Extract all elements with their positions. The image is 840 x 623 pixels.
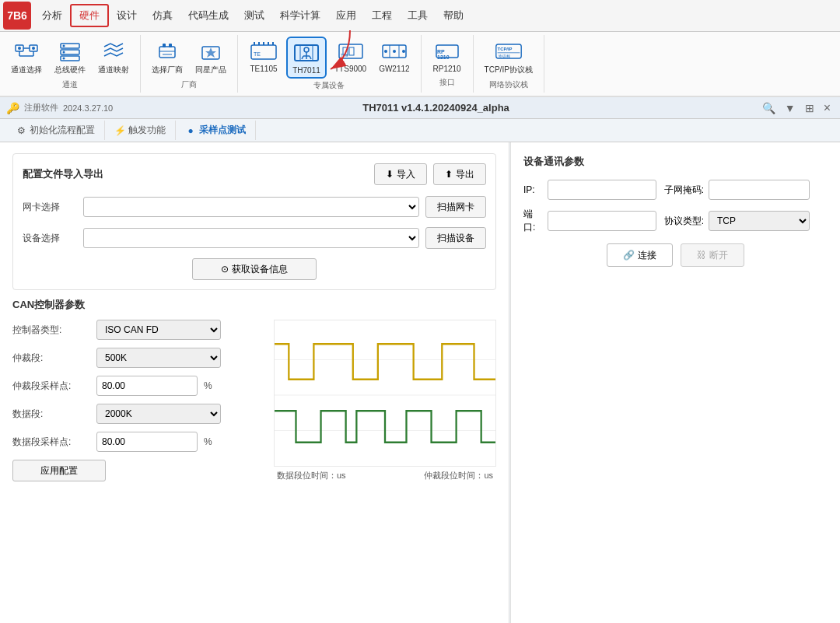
menu-codegen[interactable]: 代码生成	[180, 5, 236, 26]
svg-line-35	[302, 56, 303, 59]
protocol-label: 协议类型:	[661, 215, 704, 228]
filter-icon-btn[interactable]: ▼	[782, 102, 799, 114]
toolbar-group-vendor-label: 厂商	[181, 79, 197, 90]
device-select[interactable]	[83, 228, 419, 248]
toolbar-group-interface-label: 接口	[439, 77, 455, 88]
ip-subnet-row: IP: 子网掩码:	[523, 180, 828, 200]
svg-text:RP: RP	[437, 49, 445, 54]
btn-bus-hardware[interactable]: 总线硬件	[50, 37, 90, 78]
gw2112-icon	[380, 39, 408, 64]
port-protocol-row: 端口: 协议类型: TCP UDP	[523, 208, 828, 234]
svg-rect-17	[163, 44, 166, 47]
menu-engineering[interactable]: 工程	[364, 5, 400, 26]
protocol-select[interactable]: TCP UDP	[709, 211, 810, 231]
can-section: CAN控制器参数 控制器类型: ISO CAN FD 仲裁段:	[12, 298, 496, 481]
svg-line-37	[310, 56, 311, 59]
connect-icon: 🔗	[623, 250, 635, 261]
menu-tools[interactable]: 工具	[400, 5, 436, 26]
menu-hardware[interactable]: 硬件	[70, 4, 109, 27]
data-sample-input[interactable]: 80.00	[96, 432, 198, 452]
svg-rect-18	[169, 44, 172, 47]
toolbar-group-exclusive: TE TE1105	[238, 35, 422, 93]
svg-point-4	[32, 47, 35, 50]
can-section-title: CAN控制器参数	[12, 298, 496, 312]
toolbar-group-exclusive-label: 专属设备	[313, 80, 345, 91]
th7011-label: TH7011	[292, 66, 320, 75]
get-info-btn[interactable]: ⊙ 获取设备信息	[192, 258, 317, 280]
btn-channel-map[interactable]: 通道映射	[93, 37, 134, 78]
export-btn[interactable]: ⬆ 导出	[433, 163, 486, 185]
port-input[interactable]	[548, 211, 656, 231]
get-info-icon: ⊙	[221, 264, 229, 275]
ip-label: IP:	[523, 184, 543, 195]
app-logo: 7B6	[3, 2, 31, 30]
tab-trigger[interactable]: ⚡ 触发功能	[105, 121, 176, 140]
svg-point-47	[402, 50, 405, 53]
btn-th7011[interactable]: TH7011	[286, 37, 327, 79]
close-btn[interactable]: ×	[821, 101, 834, 115]
waveform-canvas	[274, 320, 496, 467]
reg-icon: 🔑	[6, 102, 19, 114]
export-label: 导出	[456, 168, 474, 181]
subnet-label: 子网掩码:	[661, 184, 704, 197]
te1105-label: TE1105	[250, 65, 277, 73]
btn-select-vendor[interactable]: 选择厂商	[147, 37, 187, 78]
tab-init-flow[interactable]: ⚙ 初始化流程配置	[6, 121, 105, 140]
device-label: 设备选择	[23, 232, 77, 245]
search-icon-btn[interactable]: 🔍	[759, 102, 779, 114]
arb-bit-time-label: 仲裁段位时间：us	[424, 470, 493, 481]
subnet-input[interactable]	[709, 180, 810, 200]
menu-analyze[interactable]: 分析	[34, 5, 70, 26]
apply-config-btn[interactable]: 应用配置	[12, 460, 106, 481]
btn-te1105[interactable]: TE TE1105	[244, 37, 283, 79]
can-content: 控制器类型: ISO CAN FD 仲裁段: 500K 仲裁	[12, 320, 496, 481]
menu-help[interactable]: 帮助	[436, 5, 471, 26]
layout-icon-btn[interactable]: ⊞	[802, 102, 817, 114]
tab-sample-test[interactable]: ● 采样点测试	[176, 121, 256, 140]
import-icon: ⬇	[386, 169, 394, 180]
btn-tts9000[interactable]: TTS TTS9000	[330, 37, 371, 79]
menu-design[interactable]: 设计	[109, 5, 145, 26]
data-rate-label: 数据段:	[12, 408, 90, 421]
tab-trigger-label: 触发功能	[128, 124, 166, 137]
import-btn[interactable]: ⬇ 导入	[374, 163, 427, 185]
data-sample-label: 数据段采样点:	[12, 436, 90, 449]
toolbar-group-channel-label: 通道	[62, 79, 78, 90]
import-export-btns: ⬇ 导入 ⬆ 导出	[374, 163, 486, 185]
controller-type-select[interactable]: ISO CAN FD	[96, 320, 221, 340]
channel-select-label: 通道选择	[11, 65, 42, 75]
menu-test[interactable]: 测试	[236, 5, 272, 26]
nic-select[interactable]	[83, 197, 419, 217]
conn-row: 🔗 连接 ⛓ 断开	[523, 243, 828, 267]
svg-rect-15	[159, 47, 175, 58]
ip-input[interactable]	[548, 180, 656, 200]
arb-rate-select[interactable]: 500K	[96, 348, 221, 368]
waveform-area: 数据段位时间：us 仲裁段位时间：us	[274, 320, 496, 481]
btn-tcpip[interactable]: TCP/IP 协议栈 TCP/IP协议栈	[480, 37, 537, 78]
scan-nic-btn[interactable]: 扫描网卡	[425, 196, 486, 218]
btn-gw2112[interactable]: GW2112	[374, 37, 414, 79]
svg-text:TE: TE	[254, 51, 261, 57]
disconnect-label: 断开	[709, 249, 728, 262]
config-file-section: 配置文件导入导出 ⬇ 导入 ⬆ 导出 网卡选择	[12, 153, 496, 290]
controller-type-label: 控制器类型:	[12, 324, 90, 337]
menu-app[interactable]: 应用	[328, 5, 364, 26]
btn-rp1210[interactable]: RP 1210 RP1210	[428, 37, 467, 75]
connect-btn[interactable]: 🔗 连接	[607, 243, 673, 267]
arb-sample-input[interactable]: 80.00	[96, 376, 198, 396]
title-bar-left: 🔑 注册软件 2024.3.27.10	[6, 102, 113, 114]
tab-sample-test-label: 采样点测试	[199, 124, 246, 137]
rp1210-icon: RP 1210	[433, 39, 461, 64]
menu-scicomp[interactable]: 科学计算	[272, 5, 328, 26]
bus-hardware-label: 总线硬件	[54, 65, 86, 75]
data-rate-select[interactable]: 2000K	[96, 404, 221, 424]
get-info-label: 获取设备信息	[232, 263, 288, 276]
disconnect-btn[interactable]: ⛓ 断开	[681, 243, 744, 267]
scan-device-btn[interactable]: 扫描设备	[425, 227, 486, 249]
btn-channel-select[interactable]: 通道选择	[6, 37, 47, 78]
bus-hardware-icon	[56, 39, 84, 64]
te1105-icon: TE	[250, 39, 278, 64]
menu-simulation[interactable]: 仿真	[145, 5, 180, 26]
svg-point-12	[63, 45, 65, 47]
btn-star-product[interactable]: 同星产品	[191, 37, 231, 78]
